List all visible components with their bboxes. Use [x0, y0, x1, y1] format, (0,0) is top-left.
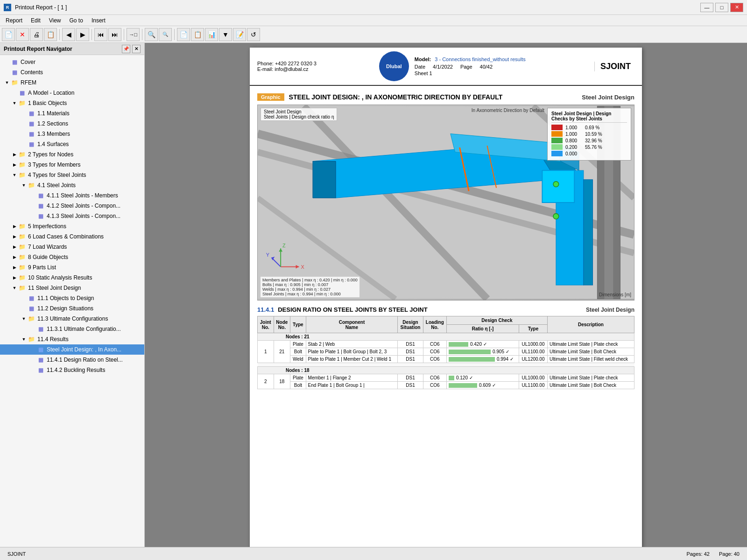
situation-1-3: DS1: [398, 356, 423, 363]
copy-btn[interactable]: 📋: [191, 28, 204, 41]
nav-item-sections[interactable]: ▦ 1.2 Sections: [0, 119, 144, 129]
nav-item-ult131[interactable]: ▦ 11.3.1 Ultimate Configuratio...: [0, 324, 144, 334]
nav-item-members3[interactable]: ▶ 📁 3 Types for Members: [0, 160, 144, 170]
view-label1-text: Steel Joint Design: [264, 109, 334, 114]
print-btn[interactable]: 🖨: [30, 28, 43, 41]
table-section-header: 11.4.1 DESIGN RATIO ON STEEL JOINTS BY S…: [257, 306, 634, 313]
nav-close-btn[interactable]: ✕: [132, 45, 141, 53]
sep3: [124, 29, 124, 40]
nav-item-parts[interactable]: ▶ 📁 9 Parts List: [0, 262, 144, 273]
nav-item-basic[interactable]: ▼ 📁 1 Basic Objects: [0, 98, 144, 108]
nav-item-sj411[interactable]: ▦ 4.1.1 Steel Joints - Members: [0, 190, 144, 201]
table-section-type: Steel Joint Design: [586, 307, 634, 313]
zoom-out-btn[interactable]: 🔍: [159, 28, 172, 41]
prev-btn[interactable]: ◀: [62, 28, 75, 41]
joint-no-2: 2: [258, 374, 274, 389]
joint-no-1: 1: [258, 341, 274, 363]
bar-1-1: [449, 342, 468, 347]
nav-item-designsit[interactable]: ▦ 11.2 Design Situations: [0, 303, 144, 314]
nav-item-sj41[interactable]: ▼ 📁 4.1 Steel Joints: [0, 180, 144, 190]
checktype-2-2: UL1100.00: [519, 382, 548, 389]
first-btn[interactable]: ⏮: [94, 28, 107, 41]
nav-item-amodel[interactable]: ▦ A Model - Location: [0, 88, 144, 98]
zoom-in-btn[interactable]: 🔍: [145, 28, 158, 41]
nav-item-nodes[interactable]: ▶ 📁 2 Types for Nodes: [0, 149, 144, 160]
menu-insert[interactable]: Insert: [88, 16, 109, 25]
nav-item-rfem[interactable]: ▼ 📁 RFEM: [0, 77, 144, 88]
nav-item-members13[interactable]: ▦ 1.3 Members: [0, 129, 144, 139]
email-text: E-mail: info@dlubal.cz: [257, 66, 374, 72]
page-btn[interactable]: 📄: [177, 28, 190, 41]
nav-item-static[interactable]: ▶ 📁 10 Static Analysis Results: [0, 273, 144, 283]
nav-item-sjdesign[interactable]: ▼ 📁 11 Steel Joint Design: [0, 283, 144, 293]
text-btn[interactable]: 📝: [233, 28, 246, 41]
folder-icon-ultconfig: 📁: [27, 315, 35, 322]
situation-1-1: DS1: [398, 341, 423, 348]
nav-item-active[interactable]: ▦ Steel Joint Design: , In Axon...: [0, 344, 144, 355]
nav-item-ultconfig[interactable]: ▼ 📁 11.3 Ultimate Configurations: [0, 314, 144, 324]
nav-expand-sj412: [30, 203, 36, 209]
app-icon: R: [4, 4, 11, 11]
nav-expand-imperfections: ▶: [11, 223, 18, 230]
doc-icon-sj412: ▦: [36, 203, 45, 209]
next-btn[interactable]: ▶: [76, 28, 89, 41]
nav-item-steeljoints[interactable]: ▼ 📁 4 Types for Steel Joints: [0, 170, 144, 180]
doc-icon-cover: ▦: [10, 59, 19, 65]
nav-item-imperfections[interactable]: ▶ 📁 5 Imperfections: [0, 221, 144, 231]
nav-item-buckling[interactable]: ▦ 11.4.2 Buckling Results: [0, 365, 144, 375]
nav-label-results: 11.4 Results: [37, 336, 69, 343]
nav-item-designratio[interactable]: ▦ 11.4.1 Design Ratio on Steel...: [0, 355, 144, 365]
component-1-1: Stab 2 | Web: [306, 341, 398, 348]
type-bolt-2: Bolt: [290, 382, 306, 389]
navigator-title: Printout Report Navigator: [4, 46, 72, 52]
nav-item-guide[interactable]: ▶ 📁 8 Guide Objects: [0, 252, 144, 262]
th-design-check: Design Check: [446, 316, 547, 325]
th-node-no: NodeNo.: [274, 316, 290, 333]
doc-icon-amodel: ▦: [18, 90, 26, 96]
close-button[interactable]: ✕: [730, 3, 743, 12]
folder-icon-loadwizards: 📁: [18, 244, 26, 250]
nav-item-loadwizards[interactable]: ▶ 📁 7 Load Wizards: [0, 242, 144, 252]
nav-item-results[interactable]: ▼ 📁 11.4 Results: [0, 334, 144, 344]
status-program: SJOINT: [7, 551, 26, 557]
nav-pin-btn[interactable]: 📌: [122, 45, 130, 53]
nav-item-cover[interactable]: ▦ Cover: [0, 57, 144, 67]
nav-expand-cover: [4, 59, 10, 65]
nav-item-materials[interactable]: ▦ 1.1 Materials: [0, 108, 144, 119]
nav-label-contents: Contents: [21, 69, 43, 76]
sep4: [142, 29, 142, 40]
goto-btn[interactable]: →□: [127, 28, 140, 41]
svg-rect-12: [584, 180, 593, 285]
ratio-1-3: 0.994 ✓: [446, 356, 519, 363]
nav-label-guide: 8 Guide Objects: [28, 254, 68, 260]
refresh-btn[interactable]: ↺: [247, 28, 260, 41]
menu-view[interactable]: View: [45, 16, 65, 25]
nav-item-contents[interactable]: ▦ Contents: [0, 67, 144, 77]
nav-item-sj412[interactable]: ▦ 4.1.2 Steel Joints - Compon...: [0, 201, 144, 211]
th-description: Description: [547, 316, 634, 333]
nav-item-objects[interactable]: ▦ 11.1 Objects to Design: [0, 293, 144, 303]
sep1: [59, 29, 60, 40]
export-btn[interactable]: 📊: [205, 28, 218, 41]
nav-item-loadcases[interactable]: ▶ 📁 6 Load Cases & Combinations: [0, 231, 144, 242]
title-bar: R Printout Report - [ 1 ] — □ ✕: [0, 0, 747, 15]
checktype-2-1: UL1000.00: [519, 374, 548, 382]
new-btn[interactable]: 📄: [2, 28, 15, 41]
menu-goto[interactable]: Go to: [66, 16, 87, 25]
print2-btn[interactable]: 📋: [44, 28, 57, 41]
nav-expand-guide: ▶: [11, 254, 18, 260]
nav-expand-designratio: [30, 357, 36, 363]
nav-item-sj413[interactable]: ▦ 4.1.3 Steel Joints - Compon...: [0, 211, 144, 221]
maximize-button[interactable]: □: [715, 3, 728, 12]
nav-item-surfaces[interactable]: ▦ 1.4 Surfaces: [0, 139, 144, 149]
nav-expand-buckling: [30, 367, 36, 373]
menu-edit[interactable]: Edit: [27, 16, 44, 25]
th-type: Type: [290, 316, 306, 333]
nav-label-objects: 11.1 Objects to Design: [37, 295, 94, 301]
direction-label: In Axonometric Direction by Default: [472, 108, 544, 113]
minimize-button[interactable]: —: [700, 3, 713, 12]
dropdown-btn[interactable]: ▼: [219, 28, 232, 41]
menu-report[interactable]: Report: [2, 16, 26, 25]
last-btn[interactable]: ⏭: [108, 28, 121, 41]
delete-btn[interactable]: ✕: [16, 28, 29, 41]
